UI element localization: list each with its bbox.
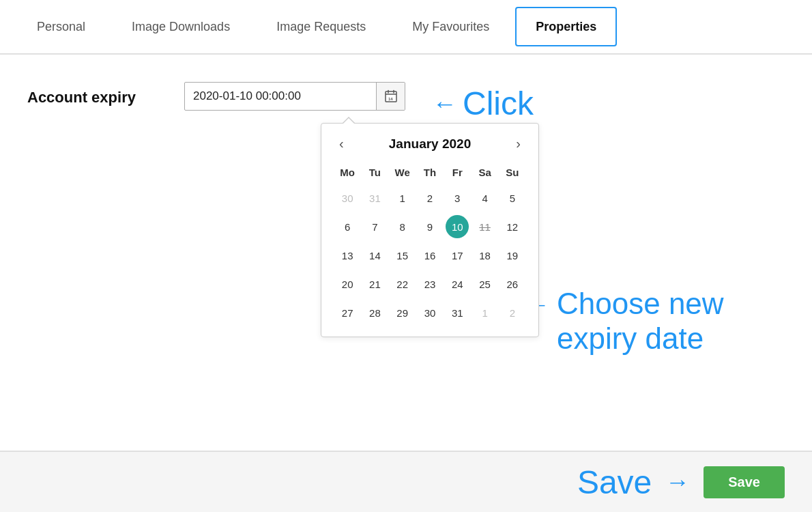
tab-my-favourites[interactable]: My Favourites [392,7,510,46]
choose-annotation-wrapper: ← Choose new expiry date [525,287,724,356]
click-arrow-icon: ← [433,91,457,116]
calendar-day[interactable]: 21 [363,272,386,296]
calendar-day[interactable]: 4 [474,186,497,210]
calendar-day-header: Fr [444,162,471,182]
tab-properties[interactable]: Properties [515,7,617,46]
calendar-day[interactable]: 2 [501,301,524,324]
tab-image-downloads[interactable]: Image Downloads [111,7,250,46]
calendar-dropdown: ‹ January 2020 › MoTuWeThFrSaSu303112345… [321,123,539,337]
calendar-day[interactable]: 31 [363,186,386,210]
calendar-day[interactable]: 2 [418,186,441,210]
calendar-day-header: Su [499,162,526,182]
calendar-day[interactable]: 3 [446,186,469,210]
save-arrow-icon: → [665,468,690,496]
click-annotation: ← Click [433,82,534,122]
calendar-day[interactable]: 16 [418,244,441,267]
calendar-day[interactable]: 15 [391,244,414,267]
calendar-day[interactable]: 8 [391,215,414,238]
calendar-day[interactable]: 7 [363,215,386,238]
calendar-next-button[interactable]: › [510,134,526,153]
footer: Save → Save [0,451,812,512]
calendar-day[interactable]: 25 [474,272,497,296]
calendar-icon: 14 [384,89,398,103]
calendar-day[interactable]: 26 [501,272,524,296]
calendar-day[interactable]: 17 [446,244,469,267]
calendar-day[interactable]: 10 [446,215,469,238]
save-button[interactable]: Save [704,466,785,498]
date-input[interactable] [185,89,376,103]
calendar-day[interactable]: 13 [336,244,359,267]
calendar-day[interactable]: 1 [474,301,497,324]
calendar-button[interactable]: 14 [376,82,405,111]
calendar-grid: MoTuWeThFrSaSu30311234567891011121314151… [334,162,526,326]
calendar-day[interactable]: 6 [336,215,359,238]
date-input-wrapper: 14 [184,82,405,111]
calendar-day[interactable]: 24 [446,272,469,296]
calendar-day-header: Mo [334,162,361,182]
click-label: Click [463,85,534,122]
calendar-header: ‹ January 2020 › [334,134,526,153]
calendar-day-header: Sa [471,162,498,182]
calendar-day[interactable]: 20 [336,272,359,296]
tab-personal[interactable]: Personal [16,7,106,46]
calendar-day[interactable]: 31 [446,301,469,324]
calendar-day[interactable]: 5 [501,186,524,210]
expiry-row: Account expiry 14 ‹ [27,82,785,122]
account-expiry-label: Account expiry [27,82,164,106]
calendar-day-header: We [389,162,416,182]
calendar-day-header: Th [416,162,444,182]
tab-image-requests[interactable]: Image Requests [256,7,386,46]
main-content: Account expiry 14 ‹ [0,55,812,451]
calendar-day[interactable]: 9 [418,215,441,238]
calendar-day[interactable]: 27 [336,301,359,324]
calendar-prev-button[interactable]: ‹ [334,134,349,153]
calendar-month-year: January 2020 [389,137,471,152]
choose-label: Choose new expiry date [557,287,724,356]
calendar-day[interactable]: 30 [418,301,441,324]
calendar-day[interactable]: 28 [363,301,386,324]
svg-text:14: 14 [388,97,393,101]
calendar-day-header: Tu [361,162,388,182]
calendar-day[interactable]: 22 [391,272,414,296]
calendar-day[interactable]: 19 [501,244,524,267]
calendar-day[interactable]: 1 [391,186,414,210]
calendar-day[interactable]: 11 [474,215,497,238]
calendar-day[interactable]: 29 [391,301,414,324]
calendar-day[interactable]: 12 [501,215,524,238]
calendar-day[interactable]: 14 [363,244,386,267]
calendar-day[interactable]: 18 [474,244,497,267]
save-annotation-label: Save [577,464,652,501]
tab-bar: PersonalImage DownloadsImage RequestsMy … [0,0,812,55]
calendar-day[interactable]: 23 [418,272,441,296]
calendar-day[interactable]: 30 [336,186,359,210]
